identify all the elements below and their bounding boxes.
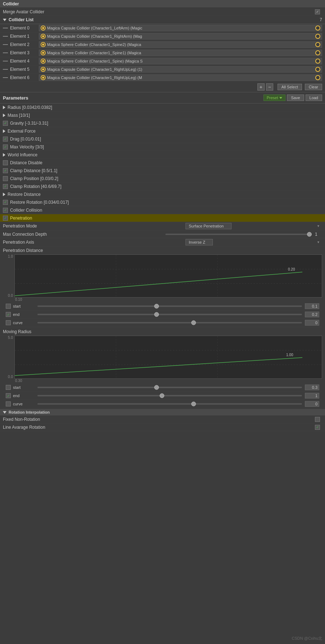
param-row-penetration: Penetration: [0, 214, 325, 222]
penetration-checkbox[interactable]: [3, 216, 8, 221]
gear-icon-6[interactable]: [315, 75, 320, 80]
curve-label-2: curve: [13, 402, 35, 406]
chart2-x-start: 0.30: [15, 379, 22, 383]
start-checkbox-2[interactable]: [6, 385, 11, 390]
element-value-1: Magica Capsule Collider (Character1_Righ…: [47, 34, 314, 38]
element-label-4: Element 4: [10, 59, 29, 64]
penetration-mode-row: Penetration Mode Surface Penetration: [0, 222, 325, 230]
param-row-drag: Drag [0.01/0.01]: [0, 135, 325, 143]
element-value-5: Magica Capsule Collider (Character1_Righ…: [47, 67, 314, 72]
circle-icon-6: [41, 75, 46, 80]
end-value-1: 0.2: [305, 312, 319, 317]
circle-icon-3: [41, 50, 46, 55]
line-average-rotation-checkbox[interactable]: [315, 425, 320, 430]
merge-avatar-checkbox[interactable]: [315, 9, 320, 14]
triangle-icon: [3, 106, 5, 109]
end-slider-knob-1[interactable]: [154, 312, 159, 317]
gravity-checkbox[interactable]: [3, 121, 8, 126]
collider-list-title: Collider List: [9, 17, 320, 22]
chart1-y-min: 0.0: [3, 294, 13, 298]
gear-icon-1[interactable]: [315, 34, 320, 39]
start-slider-track-1[interactable]: [37, 305, 302, 307]
gear-icon-5[interactable]: [315, 67, 320, 72]
start-slider-track-2[interactable]: [37, 387, 302, 388]
param-row-gravity: Gravity [-3.31/-3.31]: [0, 119, 325, 127]
clamp-rotation-checkbox[interactable]: [3, 184, 8, 189]
add-element-button[interactable]: +: [257, 83, 265, 91]
collider-list-count: 7: [320, 17, 322, 22]
moving-radius-label: Moving Radius: [3, 329, 322, 334]
end-label-2: end: [13, 394, 35, 398]
gear-icon-3[interactable]: [315, 50, 320, 55]
triangle-down-icon: [3, 19, 6, 21]
fixed-non-rotation-row: Fixed Non-Rotation: [0, 415, 325, 423]
param-label-max-velocity: Max Velocity [3/3]: [10, 144, 322, 150]
preset-button[interactable]: Preset: [264, 95, 286, 101]
line-average-rotation-label: Line Avarage Rotation: [3, 425, 315, 430]
param-row-restore-distance: Restore Distance: [0, 190, 325, 198]
start-checkbox-1[interactable]: [6, 304, 11, 309]
parameter-list: Radius [0.0342/0.0382] Mass [10/1] Gravi…: [0, 104, 325, 222]
param-row-external-force: External Force: [0, 127, 325, 135]
save-button[interactable]: Save: [287, 95, 304, 101]
curve-slider-knob-2[interactable]: [191, 402, 196, 406]
element-label-6: Element 6: [10, 75, 29, 80]
chart2-sliders: start 0.3 end 1 curve 0: [0, 383, 325, 409]
remove-element-button[interactable]: −: [266, 83, 273, 91]
end-value-2: 1: [305, 393, 319, 399]
curve-slider-knob-1[interactable]: [191, 321, 196, 325]
param-label-restore-rotation: Restore Rotation [0.034/0.017]: [10, 200, 322, 205]
curve-checkbox-1[interactable]: [6, 320, 11, 325]
chart1-x-start: 0.10: [15, 298, 22, 302]
end-checkbox-1[interactable]: [6, 312, 11, 317]
clear-button[interactable]: Clear: [305, 84, 322, 90]
start-slider-knob-2[interactable]: [154, 385, 159, 390]
collider-collision-checkbox[interactable]: [3, 208, 8, 213]
gear-icon-2[interactable]: [315, 42, 320, 47]
element-value-4: Magica Sphere Collider (Character1_Spine…: [47, 59, 314, 63]
gear-icon-4[interactable]: [315, 59, 320, 64]
circle-icon-2: [41, 42, 46, 47]
drag-checkbox[interactable]: [3, 137, 8, 142]
end-slider-track-2[interactable]: [37, 395, 302, 396]
curve-checkbox-2[interactable]: [6, 401, 11, 406]
load-button[interactable]: Load: [306, 95, 322, 101]
table-row: Element 2 Magica Sphere Collider (Charac…: [0, 41, 325, 49]
param-label-collider-collision: Collider Collision: [10, 208, 322, 213]
end-checkbox-2[interactable]: [6, 393, 11, 398]
merge-avatar-label: Merge Avatar Collider: [3, 9, 315, 14]
circle-icon-5: [41, 67, 46, 72]
param-label-clamp-distance: Clamp Distance [0.5/1.1]: [10, 168, 322, 173]
clamp-distance-checkbox[interactable]: [3, 168, 8, 173]
max-connection-slider-track: [165, 234, 309, 235]
slider-row-curve: curve 0: [3, 319, 322, 327]
element-label-3: Element 3: [10, 50, 29, 55]
end-slider-track-1[interactable]: [37, 314, 302, 315]
element-value-3: Magica Sphere Collider (Character1_Spine…: [47, 51, 314, 55]
circle-icon-4: [41, 59, 46, 64]
fixed-non-rotation-checkbox[interactable]: [315, 417, 320, 422]
penetration-mode-select[interactable]: Surface Penetration: [186, 223, 232, 229]
curve-slider-track-1[interactable]: [37, 322, 302, 323]
penetration-mode-select-wrapper: Surface Penetration: [186, 223, 322, 229]
end-slider-knob-2[interactable]: [160, 394, 164, 398]
max-velocity-checkbox[interactable]: [3, 144, 8, 150]
chart2-area[interactable]: 1.00 0.30: [14, 336, 322, 383]
table-row: Element 3 Magica Sphere Collider (Charac…: [0, 49, 325, 57]
element-label-0: Element 0: [10, 26, 29, 31]
penetration-axis-select[interactable]: Inverse Z: [186, 239, 213, 245]
max-connection-slider-knob[interactable]: [307, 232, 312, 236]
preset-label: Preset: [267, 96, 278, 100]
restore-rotation-checkbox[interactable]: [3, 200, 8, 205]
param-label-drag: Drag [0.01/0.01]: [10, 137, 322, 142]
all-select-button[interactable]: All Select: [278, 84, 302, 90]
table-row: Element 4 Magica Sphere Collider (Charac…: [0, 57, 325, 65]
element-list: Element 0 Magica Capsule Collider (Chara…: [0, 24, 325, 82]
curve-slider-track-2[interactable]: [37, 403, 302, 405]
clamp-position-checkbox[interactable]: [3, 176, 8, 181]
start-slider-knob-1[interactable]: [154, 304, 159, 309]
chart1-area[interactable]: 0.20 0.10: [14, 254, 322, 302]
param-row-radius: Radius [0.0342/0.0382]: [0, 104, 325, 111]
distance-disable-checkbox[interactable]: [3, 160, 8, 165]
gear-icon-0[interactable]: [315, 26, 320, 31]
